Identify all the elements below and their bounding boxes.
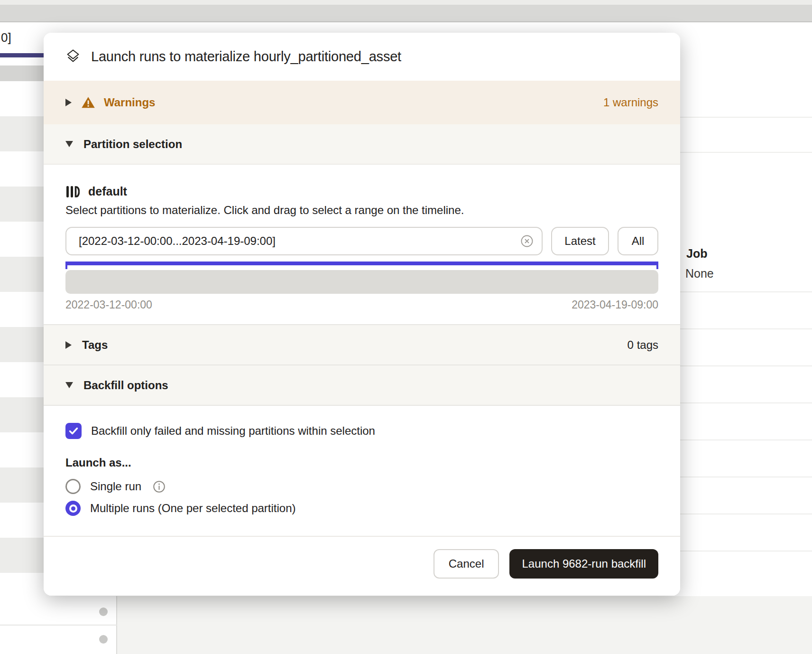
single-run-radio[interactable]	[65, 479, 81, 494]
multiple-runs-label: Multiple runs (One per selected partitio…	[90, 502, 296, 515]
dialog-footer: Cancel Launch 9682-run backfill	[44, 536, 680, 596]
launch-backfill-dialog: Launch runs to materialize hourly_partit…	[44, 33, 680, 596]
background-status-dot	[99, 635, 108, 644]
backfill-only-failed-checkbox[interactable]	[65, 423, 82, 439]
dimension-row: default	[65, 184, 658, 199]
single-run-label: Single run	[90, 480, 141, 493]
partition-timeline[interactable]	[65, 270, 658, 294]
partition-selection-label: Partition selection	[83, 138, 182, 151]
background-table-right	[680, 22, 812, 596]
background-table-band	[0, 65, 44, 81]
clear-input-icon[interactable]	[521, 235, 533, 247]
multiple-runs-radio[interactable]	[65, 501, 81, 516]
background-truncated-text: 0]	[1, 30, 11, 45]
background-table-rows-left	[0, 81, 44, 596]
all-button[interactable]: All	[618, 227, 658, 255]
range-end-tick	[656, 262, 658, 269]
materialize-icon	[65, 48, 81, 65]
background-job-column-header: Job	[686, 247, 707, 261]
background-bottom-area	[117, 596, 812, 654]
partition-range-row: Latest All	[65, 227, 658, 255]
backfill-only-failed-row: Backfill only failed and missing partiti…	[65, 423, 658, 439]
partition-range-input[interactable]	[65, 227, 543, 255]
multiple-runs-option-row: Multiple runs (One per selected partitio…	[65, 501, 658, 516]
partition-set-icon	[65, 185, 80, 199]
chevron-down-icon	[65, 382, 73, 388]
chevron-right-icon	[65, 99, 72, 106]
dialog-title: Launch runs to materialize hourly_partit…	[91, 49, 401, 65]
warnings-section-header[interactable]: Warnings 1 warnings	[44, 81, 680, 124]
dialog-header: Launch runs to materialize hourly_partit…	[44, 33, 680, 81]
background-bottom-left-column	[0, 596, 117, 654]
latest-button[interactable]: Latest	[551, 227, 609, 255]
partition-selection-body: default Select partitions to materialize…	[44, 165, 680, 324]
backfill-options-section-header[interactable]: Backfill options	[44, 365, 680, 406]
selected-range-bar	[65, 262, 658, 265]
warning-triangle-icon	[81, 95, 95, 110]
background-row-divider	[0, 625, 117, 626]
tags-label: Tags	[82, 338, 108, 352]
background-job-column-value: None	[685, 267, 714, 280]
backfill-options-label: Backfill options	[83, 379, 168, 392]
tags-section-header[interactable]: Tags 0 tags	[44, 324, 680, 365]
partition-range-input-wrap	[65, 227, 543, 255]
background-header-band	[0, 5, 812, 22]
partition-helper-text: Select partitions to materialize. Click …	[65, 203, 658, 217]
tags-count: 0 tags	[627, 338, 658, 352]
cancel-button[interactable]: Cancel	[434, 549, 499, 579]
dimension-name: default	[88, 185, 127, 198]
background-selected-row-bar	[0, 53, 44, 57]
range-start-tick	[65, 262, 67, 269]
timeline-start-label: 2022-03-12-00:00	[65, 299, 152, 312]
partition-selection-section-header[interactable]: Partition selection	[44, 124, 680, 165]
page: 0] Job None Launch runs to	[0, 0, 812, 654]
partition-selection-track[interactable]	[65, 262, 658, 269]
timeline-date-row: 2022-03-12-00:00 2023-04-19-09:00	[65, 299, 658, 312]
chevron-right-icon	[65, 341, 72, 349]
background-status-dot	[99, 607, 108, 616]
info-icon[interactable]	[153, 480, 166, 493]
backfill-only-failed-label: Backfill only failed and missing partiti…	[91, 424, 375, 438]
warnings-count: 1 warnings	[603, 96, 658, 109]
single-run-option-row: Single run	[65, 479, 658, 494]
background-top-strip	[0, 0, 812, 5]
backfill-options-body: Backfill only failed and missing partiti…	[44, 406, 680, 536]
timeline-end-label: 2023-04-19-09:00	[572, 299, 658, 312]
launch-backfill-button[interactable]: Launch 9682-run backfill	[509, 549, 658, 579]
warnings-label: Warnings	[104, 96, 155, 109]
chevron-down-icon	[65, 141, 73, 147]
launch-as-label: Launch as...	[65, 456, 658, 470]
